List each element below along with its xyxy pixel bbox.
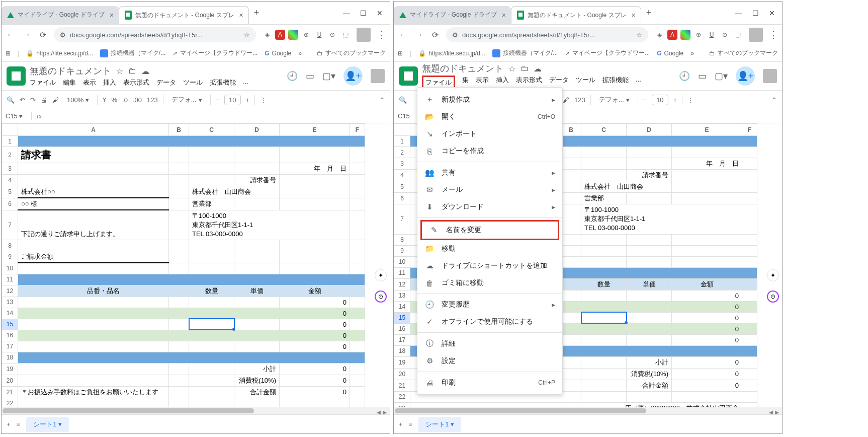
all-sheets-icon[interactable]: ≡ <box>17 420 21 428</box>
currency-icon[interactable]: ¥ <box>103 96 106 104</box>
add-sheet-icon[interactable]: + <box>7 420 11 428</box>
dec-decrease-icon[interactable]: .0 <box>122 96 128 104</box>
account-avatar[interactable] <box>371 69 385 83</box>
document-title[interactable]: 無題のドキュメント <box>422 62 503 75</box>
menu-view[interactable]: 表示 <box>83 78 96 87</box>
collapse-icon[interactable]: ⌃ <box>771 96 777 104</box>
fontsize-inc[interactable]: + <box>673 96 677 104</box>
add-sheet-icon[interactable]: + <box>399 420 403 428</box>
menu-ext[interactable]: 拡張機能 <box>210 78 236 87</box>
star-icon[interactable]: ☆ <box>508 64 515 74</box>
redo-icon[interactable]: ↷ <box>30 96 36 104</box>
fontsize-inc[interactable]: + <box>246 96 250 104</box>
share-button[interactable]: 👤+ <box>736 66 755 86</box>
bookmark-item[interactable]: 接続機器（マイク/... <box>100 49 165 57</box>
side-panel-icon[interactable]: ⊙ <box>375 290 387 303</box>
ext-icon[interactable]: ⬚ <box>340 30 351 40</box>
bookmark-item[interactable]: 🔒https://lite.secu.jp/d... <box>418 50 485 57</box>
close-window-icon[interactable]: ✕ <box>377 9 383 17</box>
sheet-tab[interactable]: シート1 ▾ <box>418 417 461 432</box>
side-panel-icon[interactable]: ⊙ <box>767 290 779 303</box>
zoom-select[interactable]: 100% ▾ <box>64 95 92 105</box>
selected-cell[interactable] <box>189 319 234 330</box>
sheets-logo-icon[interactable] <box>399 66 418 86</box>
file-menu-item[interactable]: ⚙設定 <box>417 352 562 370</box>
ext-icon[interactable]: A <box>667 30 677 40</box>
cloud-icon[interactable]: ☁ <box>534 64 542 74</box>
ext-icon[interactable]: ⬚ <box>733 30 743 40</box>
file-menu-item[interactable]: 📁移動 <box>417 240 562 257</box>
ext-icon[interactable]: A <box>275 30 285 40</box>
all-sheets-icon[interactable]: ≡ <box>409 420 413 428</box>
star-icon[interactable]: ☆ <box>244 31 250 39</box>
meet-icon[interactable]: ▢▾ <box>322 70 335 82</box>
search-icon[interactable]: 🔍 <box>7 96 15 104</box>
spreadsheet-grid[interactable]: ABCDEF 1 2請求書 3年 月 日 4請求番号 5株式会社○○株式会社 山… <box>2 123 390 407</box>
fontsize-dec[interactable]: − <box>643 96 647 104</box>
name-box[interactable]: C15 ▾ <box>2 112 32 120</box>
maximize-icon[interactable]: ☐ <box>360 9 367 17</box>
site-info-icon[interactable]: ⚙ <box>60 31 66 39</box>
browser-tab-sheets[interactable]: 無題のドキュメント - Google スプレ × <box>119 6 249 24</box>
browser-tab-sheets[interactable]: 無題のドキュメント - Google スプレ × <box>511 6 641 24</box>
menu-tools[interactable]: ツール <box>183 78 203 87</box>
bookmarks-overflow[interactable]: » <box>298 50 302 57</box>
file-menu-item[interactable]: ⎘コピーを作成 <box>417 142 562 160</box>
sheet-tab[interactable]: シート1 ▾ <box>26 417 69 432</box>
print-icon[interactable]: 🖨 <box>41 96 47 104</box>
new-tab-button[interactable]: + <box>249 8 265 18</box>
comment-icon[interactable]: ▭ <box>698 70 707 82</box>
file-menu-item[interactable]: ✉メール▸ <box>417 181 562 198</box>
move-icon[interactable]: 🗀 <box>128 66 136 76</box>
profile-avatar[interactable] <box>357 28 371 42</box>
history-icon[interactable]: 🕘 <box>679 70 690 82</box>
paint-icon[interactable]: 🖌 <box>52 96 59 104</box>
invoice-title[interactable]: 請求書 <box>18 147 169 163</box>
menu-data[interactable]: データ <box>156 78 176 87</box>
ext-icon[interactable]: ⊙ <box>720 30 730 40</box>
star-icon[interactable]: ☆ <box>116 66 123 76</box>
numformat-icon[interactable]: 123 <box>147 96 158 104</box>
history-icon[interactable]: 🕘 <box>287 70 298 82</box>
file-menu-item[interactable]: 📂開くCtrl+O <box>417 108 562 125</box>
all-bookmarks-folder[interactable]: 🗀すべてのブックマーク <box>709 49 778 57</box>
percent-icon[interactable]: % <box>111 96 117 104</box>
file-menu-item[interactable]: ⓘ詳細 <box>417 335 562 352</box>
fontsize-input[interactable]: 10 <box>652 95 668 105</box>
menu-more[interactable]: ... <box>243 78 248 87</box>
back-icon[interactable]: ← <box>398 30 408 39</box>
reload-icon[interactable]: ⟳ <box>38 30 48 40</box>
explore-icon[interactable]: ✦ <box>767 269 779 281</box>
new-tab-button[interactable]: + <box>641 8 657 18</box>
explore-icon[interactable]: ✦ <box>375 269 387 281</box>
file-menu-item[interactable]: ＋新規作成▸ <box>417 91 562 108</box>
font-select[interactable]: デフォ... ▾ <box>596 94 633 105</box>
ext-icon[interactable] <box>680 30 690 40</box>
file-menu-item[interactable]: ☁ドライブにショートカットを追加 <box>417 257 562 274</box>
bookmark-item[interactable]: 🔒https://lite.secu.jp/d... <box>26 50 93 57</box>
bookmark-item[interactable]: ↗マイページ【クラウドワー... <box>172 49 257 57</box>
close-icon[interactable]: × <box>632 11 636 19</box>
menu-format[interactable]: 表示形式 <box>123 78 149 87</box>
more-icon[interactable]: ⋮ <box>260 96 267 104</box>
minimize-icon[interactable]: — <box>735 9 742 17</box>
dec-increase-icon[interactable]: .00 <box>133 96 142 104</box>
cloud-icon[interactable]: ☁ <box>141 66 149 76</box>
file-menu-item[interactable]: ⬇ダウンロード▸ <box>417 198 562 215</box>
bookmark-item[interactable]: GGoogle <box>265 50 291 57</box>
close-icon[interactable]: × <box>239 11 243 19</box>
site-info-icon[interactable]: ⚙ <box>452 31 458 39</box>
back-icon[interactable]: ← <box>6 30 16 39</box>
profile-avatar[interactable] <box>749 28 763 42</box>
menu-insert[interactable]: 挿入 <box>103 78 116 87</box>
menu-ext[interactable]: 拡張機能 <box>602 76 629 90</box>
close-icon[interactable]: × <box>110 11 114 19</box>
fontsize-dec[interactable]: − <box>216 96 220 104</box>
ext-icon[interactable]: U <box>707 30 717 40</box>
menu-edit[interactable]: 編集 <box>63 78 76 87</box>
more-icon[interactable]: ⋮ <box>687 96 694 104</box>
browser-tab-drive[interactable]: マイドライブ - Google ドライブ × <box>394 6 511 24</box>
file-menu-item[interactable]: ✎名前を変更 <box>420 220 559 240</box>
meet-icon[interactable]: ▢▾ <box>715 70 728 82</box>
menu-more[interactable]: ... <box>636 76 641 90</box>
